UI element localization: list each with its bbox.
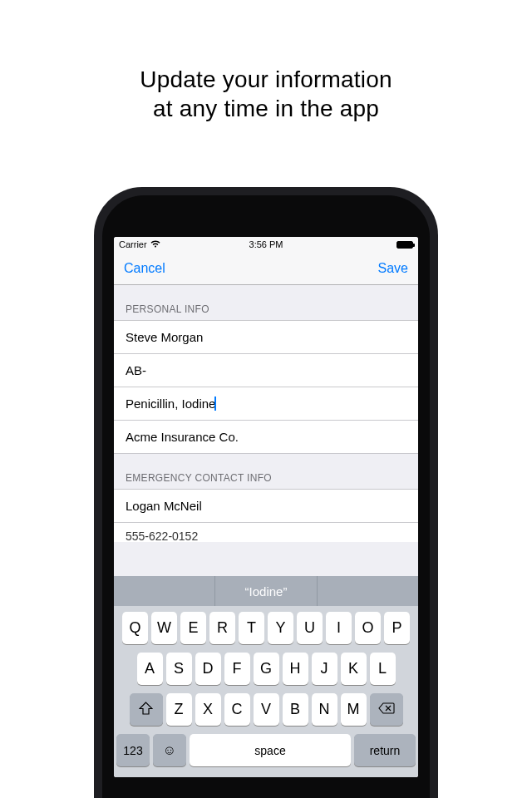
battery-icon: [397, 241, 413, 249]
numbers-key[interactable]: 123: [116, 734, 150, 766]
insurance-field[interactable]: Acme Insurance Co.: [114, 420, 418, 454]
section-header-emergency: EMERGENCY CONTACT INFO: [114, 454, 418, 489]
backspace-key[interactable]: [370, 693, 403, 726]
key-q[interactable]: Q: [122, 612, 148, 644]
blood-type-value: AB-: [126, 363, 146, 377]
name-field[interactable]: Steve Morgan: [114, 320, 418, 353]
key-w[interactable]: W: [151, 612, 177, 644]
phone-screen: Carrier 3:56 PM Cancel Save PERSONAL INF…: [114, 237, 418, 777]
key-t[interactable]: T: [239, 612, 264, 644]
promo-line-1: Update your information: [0, 65, 532, 94]
section-header-personal: PERSONAL INFO: [114, 285, 418, 320]
key-a[interactable]: A: [137, 653, 163, 685]
key-y[interactable]: Y: [268, 612, 293, 644]
key-h[interactable]: H: [283, 653, 308, 685]
status-right: [397, 241, 413, 249]
key-f[interactable]: F: [224, 653, 250, 685]
text-caret: [214, 397, 216, 411]
key-u[interactable]: U: [297, 612, 323, 644]
promo-headline: Update your information at any time in t…: [0, 0, 532, 123]
shift-key[interactable]: [130, 693, 163, 726]
blood-type-field[interactable]: AB-: [114, 353, 418, 387]
key-i[interactable]: I: [326, 612, 352, 644]
allergies-value: Penicillin, Iodine: [126, 397, 215, 411]
keyboard-suggestions: “Iodine”: [114, 576, 418, 606]
phone-frame: Carrier 3:56 PM Cancel Save PERSONAL INF…: [94, 187, 438, 798]
suggestion-center[interactable]: “Iodine”: [215, 576, 317, 606]
status-bar: Carrier 3:56 PM: [114, 237, 418, 252]
allergies-field[interactable]: Penicillin, Iodine: [114, 387, 418, 420]
keyboard: QWERTYUIOP ASDFGHJKL ZXCVBNM: [114, 606, 418, 777]
key-r[interactable]: R: [209, 612, 235, 644]
emergency-phone-value: 555-622-0152: [126, 530, 198, 542]
key-m[interactable]: M: [341, 693, 367, 726]
save-button[interactable]: Save: [378, 261, 408, 276]
keyboard-area: “Iodine” QWERTYUIOP ASDFGHJKL ZXCVBNM: [114, 576, 418, 777]
key-x[interactable]: X: [195, 693, 221, 726]
emergency-name-value: Logan McNeil: [126, 499, 202, 513]
key-s[interactable]: S: [166, 653, 192, 685]
emoji-key[interactable]: ☺: [153, 734, 186, 766]
space-key[interactable]: space: [190, 734, 351, 766]
key-e[interactable]: E: [180, 612, 206, 644]
keyboard-row-3: ZXCVBNM: [116, 693, 416, 726]
key-o[interactable]: O: [355, 612, 381, 644]
suggestion-left[interactable]: [114, 576, 215, 606]
return-key[interactable]: return: [354, 734, 416, 766]
phone-bezel: Carrier 3:56 PM Cancel Save PERSONAL INF…: [102, 195, 430, 798]
status-time: 3:56 PM: [114, 239, 418, 249]
suggestion-right[interactable]: [318, 576, 418, 606]
key-l[interactable]: L: [370, 653, 396, 685]
backspace-icon: [378, 702, 395, 717]
emergency-phone-field[interactable]: 555-622-0152: [114, 522, 418, 542]
keyboard-row-4: 123 ☺ space return: [116, 734, 416, 766]
key-n[interactable]: N: [312, 693, 337, 726]
key-j[interactable]: J: [312, 653, 337, 685]
promo-line-2: at any time in the app: [0, 94, 532, 123]
key-z[interactable]: Z: [166, 693, 192, 726]
key-p[interactable]: P: [384, 612, 410, 644]
key-b[interactable]: B: [283, 693, 308, 726]
nav-bar: Cancel Save: [114, 252, 418, 285]
name-value: Steve Morgan: [126, 330, 203, 344]
emergency-name-field[interactable]: Logan McNeil: [114, 489, 418, 522]
shift-icon: [139, 702, 153, 717]
keyboard-row-2: ASDFGHJKL: [116, 653, 416, 685]
keyboard-row-1: QWERTYUIOP: [116, 612, 416, 644]
insurance-value: Acme Insurance Co.: [126, 430, 239, 444]
cancel-button[interactable]: Cancel: [124, 261, 165, 276]
emoji-icon: ☺: [163, 743, 176, 758]
key-d[interactable]: D: [195, 653, 221, 685]
key-k[interactable]: K: [341, 653, 367, 685]
key-c[interactable]: C: [224, 693, 250, 726]
key-g[interactable]: G: [254, 653, 279, 685]
key-v[interactable]: V: [254, 693, 279, 726]
